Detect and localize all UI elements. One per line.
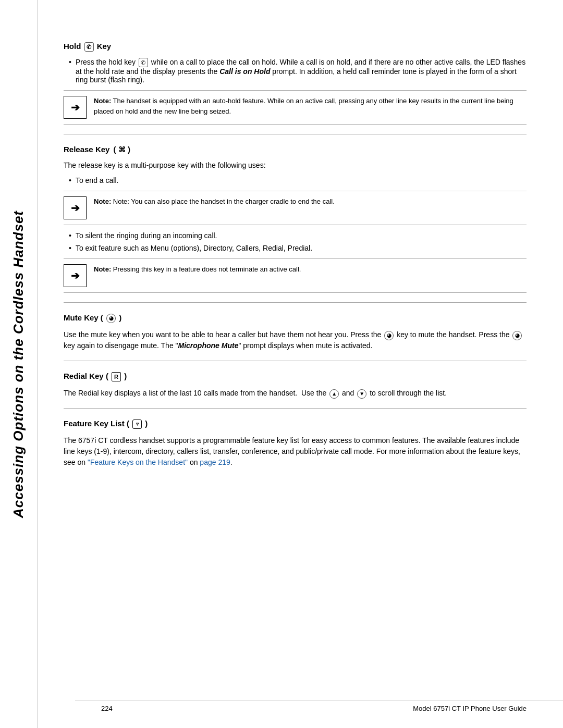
hold-note-text: Note: The handset is equipped with an au…	[94, 96, 527, 116]
release-bullet1: • To end a call.	[64, 176, 527, 184]
footer-model: Model 6757i CT IP Phone User Guide	[413, 705, 527, 712]
page-219-link[interactable]: page 219	[200, 458, 230, 466]
release-note1-text: Note: Note: You can also place the hands…	[94, 196, 335, 207]
feature-heading: Feature Key List ( ▿ )	[64, 419, 527, 429]
redial-key-paren: ( R )	[106, 372, 127, 380]
section-divider-2	[64, 302, 527, 303]
bullet-symbol-r3: •	[69, 244, 71, 252]
bullet-symbol-r1: •	[69, 176, 71, 184]
footer-page-number: 224	[101, 705, 113, 712]
page-container: Accessing Options on the Cordless Handse…	[0, 0, 563, 728]
nav-up-icon: ▲	[329, 389, 339, 399]
hold-heading: Hold ✆ Key	[64, 42, 527, 52]
mute-press-icon2: ◕	[512, 331, 522, 340]
sidebar-text: Accessing Options on the Cordless Handse…	[10, 211, 27, 518]
release-heading: Release Key ( ⌘ )	[64, 145, 527, 154]
release-note2-arrow-icon: ➔	[64, 264, 87, 287]
feature-key-paren: ( ▿ )	[127, 419, 148, 428]
feature-section: Feature Key List ( ▿ ) The 6757i CT cord…	[64, 419, 527, 468]
release-section: Release Key ( ⌘ ) The release key is a m…	[64, 145, 527, 293]
release-note1-box: ➔ Note: Note: You can also place the han…	[64, 191, 527, 225]
hold-bullet1: • Press the hold key ✆ while on a call t…	[64, 58, 527, 84]
nav-down-icon: ▼	[357, 389, 366, 399]
release-bullet2-text: To silent the ringing during an incoming…	[76, 231, 217, 240]
call-on-hold-label: Call is on Hold	[219, 67, 270, 76]
section-divider-1	[64, 134, 527, 134]
main-content: Hold ✆ Key • Press the hold key ✆ while …	[38, 0, 563, 728]
release-bullet2: • To silent the ringing during an incomi…	[64, 231, 527, 240]
sidebar: Accessing Options on the Cordless Handse…	[0, 0, 38, 728]
release-note1-arrow-icon: ➔	[64, 196, 87, 219]
microphone-mute-label: Microphone Mute	[178, 341, 239, 350]
footer: 224 Model 6757i CT IP Phone User Guide	[75, 700, 563, 712]
release-icon: ⌘	[118, 145, 126, 154]
mute-section: Mute Key ( ◕ ) Use the mute key when you…	[64, 313, 527, 351]
hold-bullet1-text: Press the hold key ✆ while on a call to …	[76, 58, 527, 84]
hold-section: Hold ✆ Key • Press the hold key ✆ while …	[64, 42, 527, 125]
mute-body: Use the mute key when you want to be abl…	[64, 329, 527, 351]
feature-body: The 6757i CT cordless handset supports a…	[64, 435, 527, 468]
hold-note-arrow-icon: ➔	[64, 96, 87, 119]
redial-heading: Redial Key ( R )	[64, 372, 527, 381]
hold-note-box: ➔ Note: The handset is equipped with an …	[64, 90, 527, 125]
release-bullet3-text: To exit feature such as Menu (options), …	[76, 244, 312, 252]
redial-body: The Redial key displays a list of the la…	[64, 388, 527, 399]
section-divider-4	[64, 408, 527, 409]
redial-section: Redial Key ( R ) The Redial key displays…	[64, 372, 527, 399]
redial-r-icon: R	[112, 372, 121, 381]
mute-heading: Mute Key ( ◕ )	[64, 313, 527, 323]
release-intro: The release key is a multi-purpose key w…	[64, 160, 527, 171]
bullet-symbol-r2: •	[69, 231, 71, 240]
release-bullet1-text: To end a call.	[76, 176, 119, 184]
hold-press-icon: ✆	[139, 58, 148, 67]
hold-key-icon: ✆	[84, 42, 94, 52]
mute-press-icon1: ◕	[384, 331, 394, 340]
feature-key-icon: ▿	[132, 419, 142, 429]
release-note2-box: ➔ Note: Pressing this key in a feature d…	[64, 258, 527, 293]
release-key-symbol: ( ⌘ )	[114, 145, 130, 154]
release-note2-text: Note: Pressing this key in a feature doe…	[94, 264, 301, 275]
mute-key-icon: ◕	[106, 314, 116, 323]
feature-keys-link[interactable]: "Feature Keys on the Handset"	[88, 458, 188, 466]
bullet-symbol: •	[69, 58, 71, 84]
mute-key-paren: ( ◕ )	[101, 313, 121, 322]
release-bullet3: • To exit feature such as Menu (options)…	[64, 244, 527, 252]
section-divider-3	[64, 361, 527, 361]
